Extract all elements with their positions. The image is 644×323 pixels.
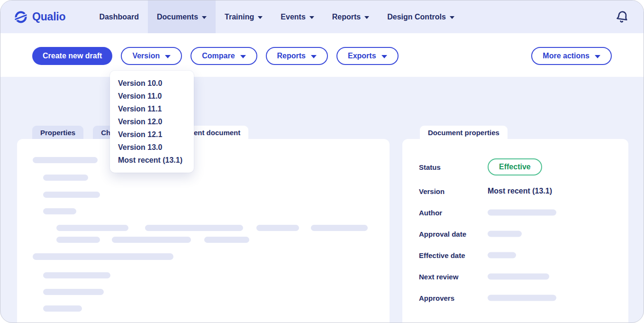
notifications-button[interactable] (615, 0, 629, 33)
property-value: Most recent (13.1) (488, 187, 552, 195)
skeleton-line (43, 192, 100, 198)
app-window: Qualio DashboardDocumentsTrainingEventsR… (0, 0, 644, 323)
reports-dropdown-button[interactable]: Reports (266, 47, 328, 65)
version-menu-item-version-11-0[interactable]: Version 11.0 (110, 90, 194, 102)
tab-properties[interactable]: Properties (32, 126, 83, 139)
qualio-logo[interactable]: Qualio (14, 0, 65, 33)
tab-document-properties[interactable]: Document properties (420, 126, 508, 139)
property-row-effective-date: Effective date (402, 244, 628, 266)
skeleton-line (43, 305, 82, 312)
version-menu-item-version-13-0[interactable]: Version 13.0 (110, 141, 194, 154)
button-label: Exports (348, 52, 376, 60)
property-row-version: VersionMost recent (13.1) (402, 180, 628, 202)
toolbar-dropdowns: VersionCompareReportsExports (121, 47, 398, 65)
status-badge: Effective (488, 158, 542, 175)
skeleton-line (112, 237, 191, 243)
skeleton-line (204, 237, 249, 243)
nav-item-label: Reports (332, 13, 361, 21)
chevron-down-icon (309, 16, 314, 19)
skeleton-line (43, 208, 76, 214)
chevron-down-icon (364, 16, 369, 19)
skeleton-line (43, 175, 88, 181)
chevron-down-icon (595, 55, 600, 58)
nav-item-label: Design Controls (387, 13, 446, 21)
property-value (488, 209, 556, 215)
skeleton-line (488, 295, 556, 301)
create-new-draft-button[interactable]: Create new draft (32, 47, 112, 65)
button-label: Reports (277, 52, 306, 60)
button-label: Compare (202, 52, 235, 60)
nav-item-documents[interactable]: Documents (148, 0, 216, 33)
chevron-down-icon (381, 55, 387, 58)
nav-item-label: Events (281, 13, 305, 21)
nav-item-training[interactable]: Training (216, 0, 272, 33)
skeleton-line (33, 157, 98, 163)
chevron-down-icon (258, 16, 263, 19)
version-dropdown-button[interactable]: Version (121, 47, 182, 65)
skeleton-line (488, 209, 556, 215)
document-content-card (17, 139, 390, 323)
property-value (488, 295, 556, 301)
chevron-down-icon (202, 16, 207, 19)
document-properties-card: StatusEffectiveVersionMost recent (13.1)… (402, 139, 628, 323)
skeleton-line (43, 272, 110, 278)
property-row-approval-date: Approval date (402, 223, 628, 244)
skeleton-line (56, 237, 100, 243)
nav-menu: DashboardDocumentsTrainingEventsReportsD… (90, 0, 463, 33)
nav-item-label: Dashboard (99, 13, 139, 21)
button-label: More actions (543, 52, 590, 60)
property-value (488, 252, 516, 258)
version-menu-item-version-12-0[interactable]: Version 12.0 (110, 115, 194, 128)
version-menu-item-most-recent-13-1[interactable]: Most recent (13.1) (110, 154, 194, 166)
property-value: Effective (488, 158, 542, 175)
button-label: Version (132, 52, 160, 60)
skeleton-line (33, 253, 173, 260)
property-label: Next review (419, 272, 458, 280)
bell-icon (615, 10, 629, 24)
document-toolbar: Create new draft VersionCompareReportsEx… (32, 47, 612, 65)
tab-label: Document properties (428, 129, 499, 137)
top-navigation: Qualio DashboardDocumentsTrainingEventsR… (0, 0, 644, 33)
nav-item-dashboard[interactable]: Dashboard (90, 0, 148, 33)
skeleton-line (488, 252, 516, 258)
property-label: Version (419, 187, 444, 195)
skeleton-line (56, 225, 128, 231)
property-value (488, 231, 522, 237)
property-value (488, 273, 549, 279)
skeleton-line (43, 289, 104, 295)
skeleton-line (256, 225, 299, 231)
version-menu-item-version-11-1[interactable]: Version 11.1 (110, 102, 194, 115)
chevron-down-icon (165, 55, 171, 58)
chevron-down-icon (240, 55, 246, 58)
version-menu-item-version-10-0[interactable]: Version 10.0 (110, 77, 194, 90)
brand-name: Qualio (32, 10, 65, 23)
property-label: Approvers (419, 294, 454, 302)
property-row-next-review: Next review (402, 266, 628, 287)
property-value-text: Most recent (13.1) (488, 187, 552, 195)
property-row-status: StatusEffective (402, 156, 628, 177)
skeleton-line (145, 225, 243, 231)
nav-item-label: Training (225, 13, 254, 21)
qualio-logo-icon (14, 10, 28, 24)
compare-dropdown-button[interactable]: Compare (190, 47, 257, 65)
nav-item-reports[interactable]: Reports (323, 0, 378, 33)
chevron-down-icon (450, 16, 454, 19)
skeleton-line (488, 231, 522, 237)
exports-dropdown-button[interactable]: Exports (336, 47, 399, 65)
more-actions-button[interactable]: More actions (531, 47, 612, 65)
nav-item-design-controls[interactable]: Design Controls (378, 0, 463, 33)
property-label: Author (419, 208, 442, 216)
button-label: Create new draft (43, 52, 102, 60)
chevron-down-icon (311, 55, 317, 58)
version-menu-item-version-12-1[interactable]: Version 12.1 (110, 128, 194, 141)
nav-item-events[interactable]: Events (272, 0, 323, 33)
skeleton-line (311, 225, 368, 231)
property-label: Approval date (419, 230, 466, 238)
nav-item-label: Documents (157, 13, 198, 21)
skeleton-line (488, 273, 549, 279)
property-row-author: Author (402, 202, 628, 223)
version-dropdown-menu: Version 10.0Version 11.0Version 11.1Vers… (110, 71, 194, 173)
property-row-approvers: Approvers (402, 287, 628, 308)
property-label: Effective date (419, 251, 465, 259)
property-label: Status (419, 163, 441, 171)
